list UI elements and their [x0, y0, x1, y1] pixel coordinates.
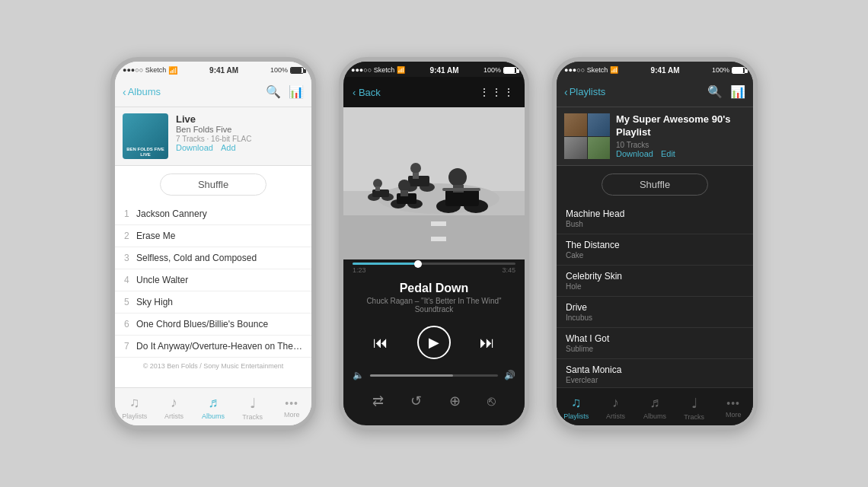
table-row[interactable]: 4 Uncle Walter: [115, 269, 311, 291]
tab-tracks-right[interactable]: ♩ Tracks: [675, 395, 714, 421]
svg-rect-11: [375, 186, 380, 191]
album-meta: 7 Tracks · 16-bit FLAC: [176, 135, 304, 143]
bars-icon-left[interactable]: 📊: [289, 84, 304, 99]
list-item[interactable]: Drive Incubus: [557, 297, 753, 328]
search-icon-left[interactable]: 🔍: [266, 84, 281, 99]
progress-fill: [353, 263, 418, 265]
player-bottom-controls: ⇄ ↺ ⊕ ⎋: [343, 387, 525, 419]
table-row[interactable]: 5 Sky High: [115, 291, 311, 314]
table-row[interactable]: 7 Do It Anyway/Overture-Heaven on Their …: [115, 336, 311, 358]
list-item[interactable]: Santa Monica Everclear: [557, 359, 753, 390]
nav-icons-left: 🔍 📊: [266, 84, 304, 99]
list-item[interactable]: Machine Head Bush: [557, 203, 753, 234]
album-photo: [343, 107, 525, 259]
chevron-left-icon: ‹: [123, 86, 126, 98]
art-cell-4: [588, 137, 611, 160]
chevron-left-icon-right: ‹: [564, 86, 568, 98]
table-row[interactable]: 1 Jackson Cannery: [115, 203, 311, 225]
tab-more-right[interactable]: ••• More: [713, 397, 753, 419]
table-row[interactable]: 2 Erase Me: [115, 225, 311, 247]
more-icon-right: •••: [726, 397, 740, 409]
shuffle-button-left[interactable]: Shuffle: [160, 173, 266, 196]
tab-label-albums-left: Albums: [202, 412, 225, 420]
tab-more-left[interactable]: ••• More: [272, 397, 311, 419]
tab-albums-left[interactable]: ♬ Albums: [193, 395, 233, 420]
tab-tracks-left[interactable]: ♩ Tracks: [233, 395, 273, 421]
table-row[interactable]: 6 One Chord Blues/Billie's Bounce: [115, 314, 311, 336]
next-button[interactable]: ⏭: [480, 334, 495, 352]
more-dots-center[interactable]: ⋮⋮⋮: [479, 86, 515, 98]
progress-times: 1:23 3:45: [353, 266, 515, 274]
download-button-left[interactable]: Download: [176, 143, 213, 152]
svg-rect-9: [372, 189, 389, 197]
status-left-center: ●●●○○ Sketch 📶: [351, 66, 405, 74]
wifi-icon-center: 📶: [397, 66, 405, 74]
status-bar-right: ●●●○○ Sketch 📶 9:41 AM 100%: [557, 62, 753, 77]
back-button-right[interactable]: ‹ Playlists: [564, 86, 605, 98]
add-button-left[interactable]: Add: [221, 143, 236, 152]
playlists-icon: ♫: [129, 395, 140, 411]
tab-playlists-left[interactable]: ♫ Playlists: [115, 395, 155, 420]
battery-icon-left: [290, 67, 304, 74]
volume-track[interactable]: [370, 374, 498, 377]
shuffle-icon[interactable]: ⇄: [372, 393, 384, 409]
battery-icon-center: [503, 67, 517, 74]
prev-button[interactable]: ⏮: [373, 334, 388, 352]
tab-artists-left[interactable]: ♪ Artists: [155, 395, 194, 420]
tab-label-playlists-right: Playlists: [563, 412, 589, 420]
time-total: 3:45: [502, 266, 515, 274]
tab-bar-left: ♫ Playlists ♪ Artists ♬ Albums ♩ Tracks …: [115, 387, 311, 425]
tab-label-artists-left: Artists: [164, 412, 183, 420]
album-header: BEN FOLDS FIVE LIVE Live Ben Folds Five …: [115, 107, 311, 166]
back-button-center[interactable]: ‹ Back: [353, 87, 381, 98]
search-icon-right[interactable]: 🔍: [707, 84, 723, 99]
tab-bar-right: ♫ Playlists ♪ Artists ♬ Albums ♩ Tracks …: [557, 387, 753, 425]
status-left-right: ●●●○○ Sketch 📶: [564, 66, 618, 74]
time-center: 9:41 AM: [430, 66, 459, 75]
svg-point-25: [448, 168, 467, 186]
status-bar-left: ●●●○○ Sketch 📶 9:41 AM 100%: [115, 62, 311, 77]
progress-thumb: [414, 260, 422, 268]
tracks-icon: ♩: [250, 395, 256, 412]
tab-label-playlists-left: Playlists: [122, 412, 147, 420]
tab-label-more-right: More: [726, 411, 742, 419]
edit-button-right[interactable]: Edit: [661, 149, 675, 158]
back-button-left[interactable]: ‹ Albums: [123, 86, 161, 98]
status-right-right: 100%: [712, 66, 745, 74]
playlist-actions: Download Edit: [616, 149, 745, 158]
play-button[interactable]: ▶: [417, 326, 451, 359]
add-queue-icon[interactable]: ⊕: [449, 393, 461, 409]
copyright-text: © 2013 Ben Folds / Sony Music Entertainm…: [115, 358, 311, 374]
repeat-icon[interactable]: ↺: [410, 393, 422, 409]
tab-label-artists-right: Artists: [606, 412, 625, 420]
svg-rect-16: [413, 173, 419, 179]
volume-low-icon: 🔈: [353, 370, 364, 380]
time-current: 1:23: [353, 266, 366, 274]
art-cell-2: [588, 113, 611, 136]
nav-bar-left: ‹ Albums 🔍 📊: [115, 77, 311, 107]
list-item[interactable]: What I Got Sublime: [557, 328, 753, 359]
table-row[interactable]: 3 Selfless, Cold and Composed: [115, 247, 311, 269]
status-right-center: 100%: [483, 66, 517, 74]
airplay-icon[interactable]: ⎋: [487, 393, 496, 409]
svg-point-20: [398, 180, 410, 192]
progress-area: 1:23 3:45: [343, 259, 525, 274]
artists-icon: ♪: [171, 395, 177, 411]
volume-high-icon: 🔊: [504, 370, 515, 380]
progress-track[interactable]: [353, 263, 515, 265]
playlists-icon-right: ♫: [571, 395, 582, 411]
list-item[interactable]: The Distance Cake: [557, 234, 753, 266]
album-art-text: BEN FOLDS FIVE LIVE: [125, 145, 166, 159]
tab-playlists-right[interactable]: ♫ Playlists: [557, 395, 596, 420]
track-list-left: 1 Jackson Cannery 2 Erase Me 3 Selfless,…: [115, 203, 311, 358]
motorcycle-scene-svg: [343, 107, 525, 259]
battery-label-right: 100%: [712, 66, 729, 74]
download-button-right[interactable]: Download: [616, 149, 653, 158]
tab-artists-right[interactable]: ♪ Artists: [596, 395, 636, 420]
back-label-left: Albums: [128, 86, 161, 97]
list-item[interactable]: Celebrity Skin Hole: [557, 266, 753, 297]
tab-albums-right[interactable]: ♬ Albums: [635, 395, 675, 420]
bars-icon-right[interactable]: 📊: [730, 84, 745, 99]
svg-point-15: [410, 163, 421, 173]
shuffle-button-right[interactable]: Shuffle: [602, 173, 708, 196]
